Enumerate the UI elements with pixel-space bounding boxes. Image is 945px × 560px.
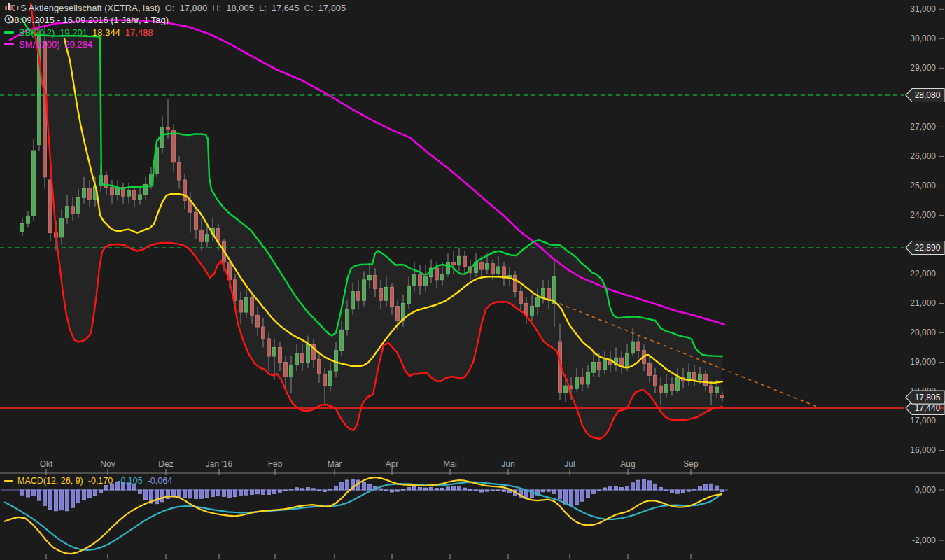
candle-up [27, 216, 30, 223]
candle-down [167, 127, 170, 130]
macd-histogram-bar [581, 490, 584, 501]
candle-down [671, 384, 674, 390]
bb-legend-swatch [4, 31, 14, 34]
macd-histogram-bar [301, 489, 304, 490]
macd-indicator-legend[interactable]: MACD(12, 26, 9) -0,170 -0,105 -0,064 [4, 476, 172, 486]
macd-histogram-bar [284, 490, 288, 491]
price-badge-label: 22,890 [915, 243, 941, 253]
candle-up [351, 292, 355, 309]
sma-label: SMA(200) [19, 39, 60, 50]
candle-up [307, 344, 310, 362]
candle-up [413, 274, 416, 286]
macd-histogram-bar [497, 490, 500, 491]
low-value: 17,645 [272, 3, 300, 13]
macd-histogram-bar [290, 489, 293, 490]
candle-up [458, 256, 461, 265]
macd-histogram-bar [676, 490, 680, 493]
macd-histogram-bar [592, 490, 596, 493]
macd-histogram-bar [385, 490, 388, 491]
low-label: L: [259, 3, 267, 13]
macd-histogram-bar [32, 490, 36, 496]
candle-up [161, 127, 164, 147]
candle-up [346, 309, 349, 330]
macd-histogram-bar [475, 490, 478, 491]
macd-histogram-bar [323, 490, 327, 492]
price-tick-label: 17,000 [910, 416, 936, 426]
macd-histogram-bar [279, 490, 282, 492]
candle-down [519, 292, 523, 304]
candle-up [603, 359, 607, 370]
candle-down [659, 386, 663, 393]
macd-histogram-bar [211, 490, 215, 496]
high-value: 18,005 [226, 3, 254, 13]
sma-indicator-legend[interactable]: SMA(200) 20,284 [4, 39, 92, 50]
macd-histogram-bar [228, 490, 232, 497]
candle-up [335, 351, 338, 371]
macd-histogram-bar [643, 479, 646, 490]
macd-histogram-bar [21, 490, 24, 495]
price-tick-label: 19,000 [910, 357, 936, 367]
candle-down [379, 288, 383, 300]
macd-histogram-bar [66, 490, 69, 511]
macd-histogram-bar [542, 490, 545, 492]
candle-down [491, 264, 495, 274]
macd-histogram-bar [458, 487, 461, 490]
candle-down [239, 300, 243, 312]
macd-histogram-bar [631, 483, 635, 490]
candle-up [699, 374, 702, 379]
candle-down [704, 374, 708, 386]
candle-down [262, 327, 265, 339]
candle-up [83, 189, 86, 198]
candle-down [419, 274, 422, 286]
macd-histogram-bar [223, 490, 226, 496]
candle-down [710, 386, 713, 393]
price-tick-label: 24,000 [910, 210, 936, 220]
candle-down [514, 276, 517, 292]
macd-histogram-bar [245, 490, 248, 495]
candle-up [676, 377, 680, 390]
candle-up [206, 234, 209, 242]
macd-histogram-bar [195, 490, 198, 499]
macd-histogram-bar [178, 490, 181, 497]
candle-up [295, 354, 299, 365]
candle-up [77, 197, 80, 214]
date-range-row: 08.09.2015 - 16.09.2016 (1 Jahr, 1 Tag) [4, 15, 169, 25]
month-label: Dez [158, 459, 173, 469]
macd-histogram-bar [312, 489, 316, 490]
macd-histogram-bar [200, 490, 204, 498]
candle-up [60, 218, 64, 237]
candle-up [290, 365, 293, 377]
macd-value: -0,170 [88, 476, 113, 486]
candle-up [66, 206, 69, 218]
macd-histogram-bar [206, 490, 209, 498]
price-badge-label: 28,080 [915, 90, 941, 100]
candle-up [273, 347, 276, 356]
candle-up [564, 386, 568, 393]
candle-up [715, 387, 719, 393]
candle-up [424, 277, 428, 286]
candle-down [323, 374, 327, 386]
candle-down [374, 276, 377, 289]
candle-down [88, 189, 92, 200]
macd-histogram-bar [105, 486, 108, 490]
candle-up [592, 362, 596, 372]
candle-up [139, 195, 142, 199]
bb-label: BB(20,2) [19, 27, 55, 38]
macd-histogram-bar [447, 487, 450, 490]
bb-indicator-legend[interactable]: BB(20,2) 19,201 18,344 17,488 [4, 27, 153, 38]
macd-histogram-bar [189, 490, 192, 498]
sma-legend-swatch [4, 43, 14, 46]
chart-window: 31,00030,00029,00028,00027,00026,00025,0… [0, 0, 945, 560]
sma-value: 20,284 [65, 39, 93, 50]
macd-histogram-bar [139, 490, 142, 493]
macd-histogram-bar [396, 490, 400, 491]
macd-panel: 0,000-2,000 [1, 477, 944, 554]
macd-histogram-bar [346, 480, 349, 490]
macd-histogram-bar [704, 484, 708, 490]
macd-histogram-bar [391, 490, 394, 492]
candle-down [267, 339, 271, 356]
candle-down [284, 362, 288, 377]
candle-down [452, 262, 456, 265]
candle-down [648, 364, 652, 376]
candle-down [279, 347, 282, 362]
